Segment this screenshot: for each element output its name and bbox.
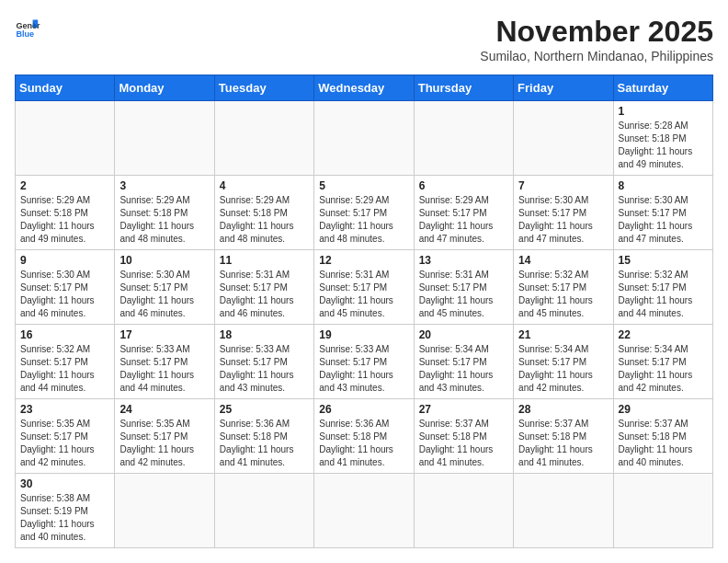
day-number: 1	[619, 105, 708, 118]
calendar-cell: 23Sunrise: 5:35 AM Sunset: 5:17 PM Dayli…	[16, 399, 115, 474]
weekday-header-monday: Monday	[115, 75, 214, 101]
cell-content: Sunrise: 5:35 AM Sunset: 5:17 PM Dayligh…	[119, 418, 209, 469]
cell-content: Sunrise: 5:38 AM Sunset: 5:19 PM Dayligh…	[20, 492, 109, 544]
day-number: 9	[20, 254, 109, 267]
cell-content: Sunrise: 5:36 AM Sunset: 5:18 PM Dayligh…	[319, 418, 408, 469]
cell-content: Sunrise: 5:32 AM Sunset: 5:17 PM Dayligh…	[619, 269, 708, 320]
calendar-cell: 16Sunrise: 5:32 AM Sunset: 5:17 PM Dayli…	[16, 325, 115, 399]
day-number: 16	[20, 328, 109, 341]
weekday-header-row: SundayMondayTuesdayWednesdayThursdayFrid…	[16, 75, 713, 101]
day-number: 2	[20, 179, 109, 192]
cell-content: Sunrise: 5:31 AM Sunset: 5:17 PM Dayligh…	[319, 269, 408, 320]
day-number: 4	[220, 179, 309, 192]
day-number: 28	[518, 403, 608, 416]
calendar-cell	[214, 101, 313, 176]
calendar-cell: 8Sunrise: 5:30 AM Sunset: 5:17 PM Daylig…	[613, 176, 712, 250]
weekday-header-sunday: Sunday	[16, 75, 115, 101]
day-number: 6	[419, 179, 508, 192]
weekday-header-friday: Friday	[514, 75, 613, 101]
day-number: 13	[419, 254, 508, 267]
title-section: November 2025 Sumilao, Northern Mindanao…	[480, 15, 713, 63]
cell-content: Sunrise: 5:37 AM Sunset: 5:18 PM Dayligh…	[619, 418, 708, 469]
calendar-week-row: 16Sunrise: 5:32 AM Sunset: 5:17 PM Dayli…	[16, 325, 713, 399]
calendar-cell: 25Sunrise: 5:36 AM Sunset: 5:18 PM Dayli…	[214, 399, 313, 474]
cell-content: Sunrise: 5:37 AM Sunset: 5:18 PM Dayligh…	[419, 418, 508, 469]
cell-content: Sunrise: 5:29 AM Sunset: 5:17 PM Dayligh…	[419, 194, 508, 246]
calendar-cell: 18Sunrise: 5:33 AM Sunset: 5:17 PM Dayli…	[214, 325, 313, 399]
calendar-cell: 7Sunrise: 5:30 AM Sunset: 5:17 PM Daylig…	[514, 176, 613, 250]
calendar-cell: 6Sunrise: 5:29 AM Sunset: 5:17 PM Daylig…	[414, 176, 513, 250]
calendar-cell	[115, 474, 214, 548]
calendar-cell	[414, 101, 513, 176]
calendar-cell: 3Sunrise: 5:29 AM Sunset: 5:18 PM Daylig…	[115, 176, 214, 250]
day-number: 11	[220, 254, 309, 267]
calendar-week-row: 9Sunrise: 5:30 AM Sunset: 5:17 PM Daylig…	[16, 250, 713, 325]
calendar-cell: 28Sunrise: 5:37 AM Sunset: 5:18 PM Dayli…	[514, 399, 613, 474]
calendar-cell	[115, 101, 214, 176]
calendar-cell: 30Sunrise: 5:38 AM Sunset: 5:19 PM Dayli…	[16, 474, 115, 548]
day-number: 10	[119, 254, 209, 267]
calendar-cell	[314, 474, 414, 548]
calendar-cell: 24Sunrise: 5:35 AM Sunset: 5:17 PM Dayli…	[115, 399, 214, 474]
calendar-cell	[613, 474, 712, 548]
generalblue-logo-icon: General Blue	[15, 15, 40, 40]
cell-content: Sunrise: 5:37 AM Sunset: 5:18 PM Dayligh…	[518, 418, 608, 469]
cell-content: Sunrise: 5:29 AM Sunset: 5:17 PM Dayligh…	[319, 194, 408, 246]
calendar-cell: 19Sunrise: 5:33 AM Sunset: 5:17 PM Dayli…	[314, 325, 414, 399]
calendar-cell: 5Sunrise: 5:29 AM Sunset: 5:17 PM Daylig…	[314, 176, 414, 250]
calendar-week-row: 30Sunrise: 5:38 AM Sunset: 5:19 PM Dayli…	[16, 474, 713, 548]
day-number: 29	[619, 403, 708, 416]
calendar-cell	[514, 474, 613, 548]
day-number: 19	[319, 328, 408, 341]
month-title: November 2025	[480, 15, 713, 49]
calendar-cell: 14Sunrise: 5:32 AM Sunset: 5:17 PM Dayli…	[514, 250, 613, 325]
cell-content: Sunrise: 5:36 AM Sunset: 5:18 PM Dayligh…	[220, 418, 309, 469]
calendar-cell: 13Sunrise: 5:31 AM Sunset: 5:17 PM Dayli…	[414, 250, 513, 325]
day-number: 7	[518, 179, 608, 192]
calendar-cell	[16, 101, 115, 176]
calendar-cell	[214, 474, 313, 548]
day-number: 8	[619, 179, 708, 192]
calendar-cell: 27Sunrise: 5:37 AM Sunset: 5:18 PM Dayli…	[414, 399, 513, 474]
calendar-cell: 1Sunrise: 5:28 AM Sunset: 5:18 PM Daylig…	[613, 101, 712, 176]
cell-content: Sunrise: 5:30 AM Sunset: 5:17 PM Dayligh…	[119, 269, 209, 320]
day-number: 22	[619, 328, 708, 341]
cell-content: Sunrise: 5:30 AM Sunset: 5:17 PM Dayligh…	[20, 269, 109, 320]
day-number: 27	[419, 403, 508, 416]
day-number: 26	[319, 403, 408, 416]
calendar-cell: 21Sunrise: 5:34 AM Sunset: 5:17 PM Dayli…	[514, 325, 613, 399]
day-number: 24	[119, 403, 209, 416]
page-header: General Blue November 2025 Sumilao, Nort…	[15, 15, 713, 63]
calendar-table: SundayMondayTuesdayWednesdayThursdayFrid…	[15, 75, 713, 548]
logo: General Blue	[15, 15, 40, 40]
day-number: 12	[319, 254, 408, 267]
cell-content: Sunrise: 5:30 AM Sunset: 5:17 PM Dayligh…	[518, 194, 608, 246]
day-number: 5	[319, 179, 408, 192]
weekday-header-wednesday: Wednesday	[314, 75, 414, 101]
cell-content: Sunrise: 5:32 AM Sunset: 5:17 PM Dayligh…	[518, 269, 608, 320]
calendar-cell: 17Sunrise: 5:33 AM Sunset: 5:17 PM Dayli…	[115, 325, 214, 399]
day-number: 3	[119, 179, 209, 192]
day-number: 14	[518, 254, 608, 267]
calendar-cell	[514, 101, 613, 176]
calendar-cell: 22Sunrise: 5:34 AM Sunset: 5:17 PM Dayli…	[613, 325, 712, 399]
day-number: 15	[619, 254, 708, 267]
day-number: 21	[518, 328, 608, 341]
cell-content: Sunrise: 5:29 AM Sunset: 5:18 PM Dayligh…	[20, 194, 109, 246]
day-number: 25	[220, 403, 309, 416]
calendar-cell: 12Sunrise: 5:31 AM Sunset: 5:17 PM Dayli…	[314, 250, 414, 325]
cell-content: Sunrise: 5:34 AM Sunset: 5:17 PM Dayligh…	[518, 343, 608, 395]
weekday-header-saturday: Saturday	[613, 75, 712, 101]
cell-content: Sunrise: 5:34 AM Sunset: 5:17 PM Dayligh…	[419, 343, 508, 395]
cell-content: Sunrise: 5:29 AM Sunset: 5:18 PM Dayligh…	[119, 194, 209, 246]
calendar-cell: 20Sunrise: 5:34 AM Sunset: 5:17 PM Dayli…	[414, 325, 513, 399]
day-number: 17	[119, 328, 209, 341]
day-number: 18	[220, 328, 309, 341]
svg-text:Blue: Blue	[16, 29, 34, 39]
cell-content: Sunrise: 5:32 AM Sunset: 5:17 PM Dayligh…	[20, 343, 109, 395]
cell-content: Sunrise: 5:33 AM Sunset: 5:17 PM Dayligh…	[119, 343, 209, 395]
cell-content: Sunrise: 5:33 AM Sunset: 5:17 PM Dayligh…	[319, 343, 408, 395]
calendar-week-row: 2Sunrise: 5:29 AM Sunset: 5:18 PM Daylig…	[16, 176, 713, 250]
day-number: 30	[20, 477, 109, 490]
calendar-week-row: 1Sunrise: 5:28 AM Sunset: 5:18 PM Daylig…	[16, 101, 713, 176]
